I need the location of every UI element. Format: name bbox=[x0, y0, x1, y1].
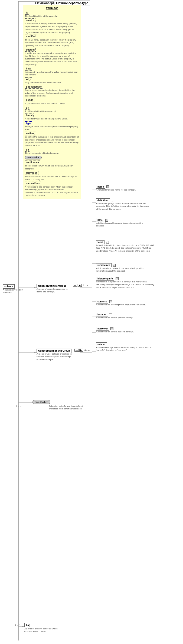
attr-how: how Indicates by which means the value w… bbox=[25, 67, 79, 76]
bag-box: bag bbox=[24, 623, 32, 627]
attr-creator: creator If the attribute is empty, speci… bbox=[25, 18, 79, 34]
attr-relevance-name: relevance bbox=[25, 171, 38, 175]
right-definition-label: definition bbox=[96, 198, 110, 202]
attributes-box: attributes id The local identifier of th… bbox=[23, 5, 81, 199]
attr-id-desc: The local identifier of the property. bbox=[25, 15, 79, 18]
right-remoteinfo-label: remoteInfo bbox=[96, 263, 112, 267]
attr-id-name: id bbox=[25, 11, 29, 15]
any-other-2-desc: Extension point for provider-defined pro… bbox=[49, 405, 84, 411]
attr-relevance-desc: The relevance of the metadata to the new… bbox=[25, 175, 79, 181]
any-other-label-1: any ##other bbox=[25, 156, 42, 159]
svg-marker-23 bbox=[34, 352, 36, 353]
right-definition-desc: A natural language definition of the sem… bbox=[96, 202, 150, 211]
right-sameas-label: sameAs bbox=[96, 300, 108, 303]
attr-modified-name: modified bbox=[25, 35, 37, 38]
right-narrower-label: narrower bbox=[96, 327, 109, 331]
attr-dir: dir The directionality of textual conten… bbox=[25, 148, 79, 155]
any-other-1-container: any ##other bbox=[25, 156, 79, 159]
attr-dir-name: dir bbox=[25, 148, 30, 152]
concept-def-group-indicators: — ▶ 0 .. ∞ bbox=[73, 284, 88, 287]
attr-literal: literal A free-text value assigned as pr… bbox=[25, 114, 79, 120]
attr-uri-desc: A URI which identifies a concept. bbox=[25, 110, 79, 113]
svg-marker-27 bbox=[22, 626, 24, 627]
attr-how-desc: Indicates by which means the value was e… bbox=[25, 71, 79, 76]
bag-mult: 0 .. ∞ bbox=[15, 624, 20, 626]
right-note-container: note □ Additional natural language infor… bbox=[96, 218, 150, 228]
attr-derivedfrom: derivedfrom A reference to the concept f… bbox=[25, 182, 79, 197]
attr-type-desc: The type of the concept assigned as cont… bbox=[25, 125, 79, 131]
attr-confidence-name: confidence bbox=[25, 161, 40, 164]
right-hierarchyinfo-label: hierarchyInfo bbox=[96, 277, 114, 281]
right-remoteinfo-container: remoteInfo □ A link to an item or a web … bbox=[96, 263, 150, 273]
svg-marker-9 bbox=[34, 286, 36, 288]
attributes-title: attributes bbox=[25, 6, 79, 9]
right-sameas-container: sameAs □ An identifier of a concept with… bbox=[96, 300, 150, 306]
attr-derivedfrom-desc: A reference to the concept from which th… bbox=[25, 186, 79, 197]
right-facet-label: facet bbox=[96, 240, 104, 244]
attr-xmllang-desc: Specifies the language of this property … bbox=[25, 136, 79, 147]
right-sameas-desc: An identifier of a concept with equivale… bbox=[96, 303, 150, 306]
right-related-desc: A related concept, where the relationshi… bbox=[96, 346, 156, 352]
right-facet-container: facet □ In NAR 1.8 and later, facet is d… bbox=[96, 241, 156, 252]
attr-modified-desc: The date (and, optionally, the time) whe… bbox=[25, 39, 79, 47]
concept-def-group-desc: A group of properties required to define… bbox=[37, 288, 72, 293]
attr-uri-name: uri bbox=[25, 106, 30, 110]
subject-box: subject bbox=[3, 284, 15, 289]
right-facet-desc: In NAR 1.8 and later, facet is deprecate… bbox=[96, 244, 156, 252]
right-remoteinfo-desc: A link to an item or a web resource whic… bbox=[96, 267, 150, 273]
right-broader-container: broader □ An identifier of a more generi… bbox=[96, 313, 150, 319]
attr-literal-desc: A free-text value assigned as property v… bbox=[25, 118, 79, 120]
right-related-label: related bbox=[96, 342, 107, 346]
right-narrower-container: narrower □ An identifier of a more speci… bbox=[96, 327, 150, 333]
attr-custom-desc: If set to true the corresponding propert… bbox=[25, 52, 79, 66]
attr-pubconstraint-name: pubconstraint bbox=[25, 85, 43, 89]
right-note-label: note bbox=[96, 218, 104, 222]
attr-confidence: confidence The confidence with which the… bbox=[25, 161, 79, 170]
attr-derivedfrom-name: derivedfrom bbox=[25, 182, 41, 185]
right-related-container: related □ A related concept, where the r… bbox=[96, 343, 156, 352]
attr-why-name: why bbox=[25, 77, 32, 81]
attr-uri: uri A URI which identifies a concept. bbox=[25, 106, 79, 113]
attr-why: why Why the metadata has been included. bbox=[25, 77, 79, 84]
any-other-2-mult: 0 .. ∞ bbox=[16, 405, 21, 407]
attr-qcode: qcode A qualified code which identifies … bbox=[25, 98, 79, 105]
attr-xmllang: xmllang Specifies the language of this p… bbox=[25, 132, 79, 147]
attr-why-desc: Why the metadata has been included. bbox=[25, 81, 79, 84]
attr-how-name: how bbox=[25, 67, 32, 71]
concept-definition-group-box: ConceptDefinitionGroup bbox=[37, 284, 68, 288]
subject-desc: A subject covered by the event. bbox=[3, 289, 24, 294]
attr-modified: modified The date (and, optionally, the … bbox=[25, 35, 79, 47]
right-hierarchyinfo-container: hierarchyInfo □ Represents the position … bbox=[96, 277, 156, 289]
attr-custom: custom If set to true the corresponding … bbox=[25, 48, 79, 66]
right-definition-container: definition □ A natural language definiti… bbox=[96, 199, 150, 211]
right-broader-desc: An identifier of a more generic concept. bbox=[96, 316, 150, 319]
concept-relationship-group-box: ConceptRelationshipGroup bbox=[37, 349, 71, 353]
attr-creator-name: creator bbox=[25, 18, 35, 22]
right-narrower-desc: An identifier of a more specific concept… bbox=[96, 331, 150, 333]
concept-rel-group-desc: A group of user-defined properties to in… bbox=[37, 353, 72, 361]
right-name-label: name bbox=[96, 185, 105, 189]
attr-creator-desc: If the attribute is empty, specifies whi… bbox=[25, 22, 79, 34]
right-note-desc: Additional natural language information … bbox=[96, 222, 150, 228]
attr-pubconstraint: pubconstraint One or many constraints th… bbox=[25, 85, 79, 97]
attr-id: id The local identifier of the property. bbox=[25, 11, 79, 18]
bag-desc: A group of existing concepts which expre… bbox=[24, 628, 62, 633]
right-broader-label: broader bbox=[96, 313, 108, 316]
attr-xmllang-name: xmllang bbox=[25, 132, 36, 135]
any-other-label-2: any ##other bbox=[32, 400, 50, 404]
right-hierarchyinfo-desc: Represents the position of a concept in … bbox=[96, 281, 156, 289]
concept-rel-group-indicators: — ▶ 0 .. ∞ bbox=[74, 349, 90, 352]
attr-relevance: relevance The relevance of the metadata … bbox=[25, 171, 79, 181]
right-name-container: name □ A natural language name for the c… bbox=[96, 185, 150, 191]
right-name-desc: A natural language name for the concept. bbox=[96, 189, 150, 191]
attr-literal-name: literal bbox=[25, 114, 34, 117]
attr-type-name: type bbox=[25, 121, 32, 125]
attr-qcode-name: qcode bbox=[25, 98, 34, 102]
attr-confidence-desc: The confidence with which the metadata h… bbox=[25, 165, 79, 170]
attr-custom-name: custom bbox=[25, 48, 36, 52]
attr-pubconstraint-desc: One or many constraints that apply to pu… bbox=[25, 89, 79, 97]
attr-type: type The type of the concept assigned as… bbox=[25, 121, 79, 131]
attr-qcode-desc: A qualified code which identifies a conc… bbox=[25, 102, 79, 105]
attr-dir-desc: The directionality of textual content. bbox=[25, 152, 79, 155]
